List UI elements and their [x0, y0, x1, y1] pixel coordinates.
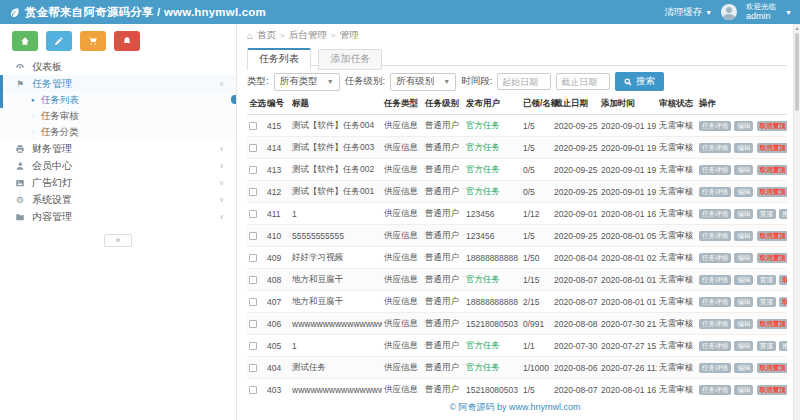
edit-button[interactable]: 编辑 [734, 231, 753, 242]
row-checkbox[interactable] [249, 188, 257, 196]
level-filter-label: 任务级别: [345, 75, 386, 88]
recommend-toggle-button[interactable]: 取消推荐 [779, 297, 787, 308]
row-checkbox[interactable] [249, 386, 257, 394]
sidebar-item-task-management[interactable]: ⚑ 任务管理 ∨ [0, 75, 236, 92]
tab-add-task[interactable]: 添加任务 [318, 49, 382, 70]
task-detail-button[interactable]: 任务详情 [699, 187, 731, 198]
pin-toggle-button[interactable]: 取消置顶 [757, 121, 787, 132]
edit-button[interactable]: 编辑 [734, 209, 753, 220]
row-checkbox[interactable] [249, 364, 257, 372]
cart-quick-button[interactable] [80, 31, 106, 51]
pin-toggle-button[interactable]: 取消置顶 [757, 385, 787, 396]
task-type: 供应信息 [382, 115, 423, 137]
task-level: 普通用户 [423, 269, 464, 291]
task-detail-button[interactable]: 任务详情 [699, 231, 731, 242]
pin-toggle-button[interactable]: 取消置顶 [757, 231, 787, 242]
brand[interactable]: 赏金帮来自阿奇源码分享 / www.hnymwl.com [0, 5, 266, 20]
row-checkbox[interactable] [249, 122, 257, 130]
pin-toggle-button[interactable]: 取消置顶 [757, 253, 787, 264]
sidebar-collapse-button[interactable]: « [104, 234, 132, 247]
task-detail-button[interactable]: 任务详情 [699, 253, 731, 264]
recommend-toggle-button[interactable]: 推荐 [779, 209, 787, 220]
task-quota: 0/5 [521, 159, 552, 181]
user-menu[interactable]: 欢迎光临 admin [746, 3, 776, 22]
task-detail-button[interactable]: 任务详情 [699, 341, 731, 352]
task-detail-button[interactable]: 任务详情 [699, 275, 731, 286]
pin-toggle-button[interactable]: 置顶 [757, 275, 776, 286]
edit-quick-button[interactable] [46, 31, 72, 51]
sidebar: 仪表板 ⚑ 任务管理 ∨ ● 任务列表 ○ 任务审核 ○ 任务分类 [0, 24, 237, 420]
clear-cache-menu[interactable]: 清理缓存 ▼ [664, 6, 712, 19]
task-detail-button[interactable]: 任务详情 [699, 209, 731, 220]
recommend-toggle-button[interactable]: 取消推荐 [779, 275, 787, 286]
row-checkbox[interactable] [249, 298, 257, 306]
task-detail-button[interactable]: 任务详情 [699, 143, 731, 154]
edit-button[interactable]: 编辑 [734, 253, 753, 264]
chevron-down-icon: ∨ [219, 196, 224, 204]
edit-button[interactable]: 编辑 [734, 297, 753, 308]
pin-toggle-button[interactable]: 取消置顶 [757, 143, 787, 154]
breadcrumb-home[interactable]: 首页 [257, 29, 276, 42]
task-detail-button[interactable]: 任务详情 [699, 319, 731, 330]
scroll-up-arrow-icon[interactable]: ▲ [794, 25, 800, 31]
edit-button[interactable]: 编辑 [734, 143, 753, 154]
pin-toggle-button[interactable]: 置顶 [757, 209, 776, 220]
sidebar-item-task-review[interactable]: ○ 任务审核 [0, 108, 236, 124]
sidebar-item-dashboard[interactable]: 仪表板 [0, 58, 236, 75]
end-date-input[interactable] [556, 73, 610, 90]
row-checkbox[interactable] [249, 232, 257, 240]
user-avatar[interactable] [721, 4, 737, 20]
breadcrumb-admin[interactable]: 后台管理 [289, 29, 327, 42]
row-checkbox[interactable] [249, 276, 257, 284]
task-publisher: 18888888888 [464, 291, 521, 313]
type-select[interactable]: 所有类型 ▼ [274, 73, 340, 91]
row-checkbox[interactable] [249, 166, 257, 174]
edit-button[interactable]: 编辑 [734, 363, 753, 374]
task-detail-button[interactable]: 任务详情 [699, 121, 731, 132]
sidebar-item-settings[interactable]: ⚙ 系统设置 ∨ [0, 191, 236, 208]
edit-button[interactable]: 编辑 [734, 121, 753, 132]
edit-button[interactable]: 编辑 [734, 341, 753, 352]
sidebar-item-task-list[interactable]: ● 任务列表 [0, 92, 236, 108]
task-detail-button[interactable]: 任务详情 [699, 165, 731, 176]
task-created-time: 2020-08-01 05:02 [599, 225, 657, 247]
row-checkbox[interactable] [249, 320, 257, 328]
edit-button[interactable]: 编辑 [734, 319, 753, 330]
bell-quick-button[interactable] [114, 31, 140, 51]
search-button[interactable]: 搜索 [615, 72, 664, 91]
edit-button[interactable]: 编辑 [734, 385, 753, 396]
vertical-scrollbar[interactable]: ▲ [793, 24, 800, 420]
task-detail-button[interactable]: 任务详情 [699, 297, 731, 308]
scrollbar-thumb[interactable] [795, 33, 799, 111]
row-checkbox[interactable] [249, 210, 257, 218]
row-checkbox[interactable] [249, 254, 257, 262]
start-date-input[interactable] [497, 73, 551, 90]
edit-button[interactable]: 编辑 [734, 187, 753, 198]
row-checkbox[interactable] [249, 144, 257, 152]
pin-toggle-button[interactable]: 取消置顶 [757, 363, 787, 374]
tab-task-list[interactable]: 任务列表 [247, 48, 311, 70]
footer-copyright[interactable]: © 阿奇源码 by www.hnymwl.com [237, 401, 793, 414]
home-icon: ⌂ [247, 30, 253, 41]
sidebar-item-members[interactable]: 会员中心 ∨ [0, 157, 236, 174]
pin-toggle-button[interactable]: 取消置顶 [757, 319, 787, 330]
sidebar-item-finance[interactable]: 财务管理 ∨ [0, 140, 236, 157]
edit-button[interactable]: 编辑 [734, 275, 753, 286]
task-detail-button[interactable]: 任务详情 [699, 385, 731, 396]
col-select-all[interactable]: 全选 [247, 95, 265, 115]
task-title: 测试【软件】任务001 [290, 181, 382, 203]
sidebar-item-content[interactable]: 内容管理 ∨ [0, 208, 236, 225]
recommend-toggle-button[interactable]: 推荐 [779, 341, 787, 352]
user-caret-icon[interactable]: ▼ [785, 9, 792, 16]
level-select[interactable]: 所有级别 ▼ [390, 73, 456, 91]
sidebar-item-task-category[interactable]: ○ 任务分类 [0, 124, 236, 140]
pin-toggle-button[interactable]: 取消置顶 [757, 165, 787, 176]
row-checkbox[interactable] [249, 342, 257, 350]
task-detail-button[interactable]: 任务详情 [699, 363, 731, 374]
sidebar-item-ads[interactable]: 广告幻灯 ∨ [0, 174, 236, 191]
pin-toggle-button[interactable]: 取消置顶 [757, 187, 787, 198]
home-quick-button[interactable] [12, 31, 38, 51]
pin-toggle-button[interactable]: 置顶 [757, 297, 776, 308]
pin-toggle-button[interactable]: 置顶 [757, 341, 776, 352]
edit-button[interactable]: 编辑 [734, 165, 753, 176]
